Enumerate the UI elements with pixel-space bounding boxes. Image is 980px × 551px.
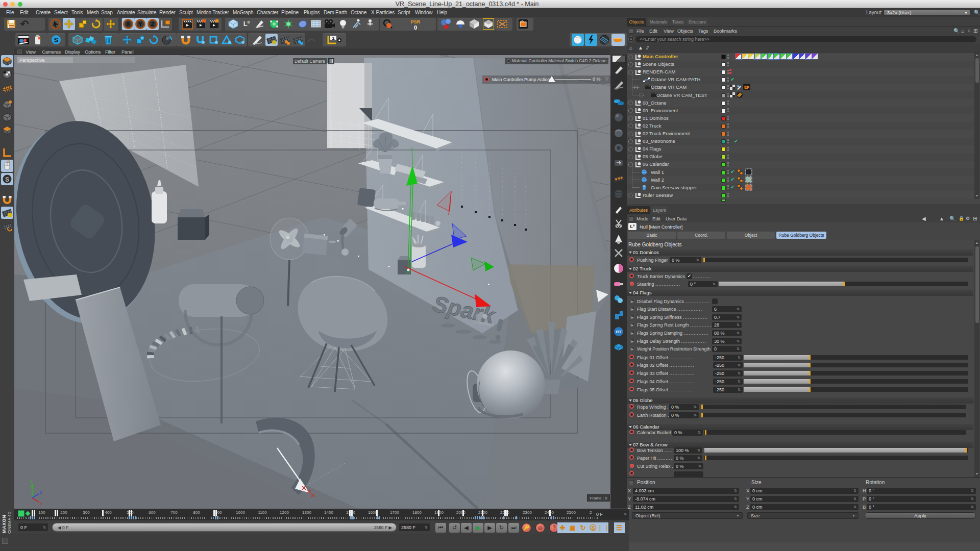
svg-text:S: S bbox=[54, 36, 59, 44]
svg-text:X: X bbox=[40, 502, 42, 506]
svg-text:Z: Z bbox=[40, 491, 42, 494]
svg-text:Y: Y bbox=[30, 480, 33, 483]
svg-text:Y: Y bbox=[138, 21, 142, 27]
svg-text:RT: RT bbox=[616, 330, 622, 334]
svg-text:Z: Z bbox=[151, 21, 155, 27]
svg-text:1: 1 bbox=[332, 36, 334, 41]
svg-text:X: X bbox=[126, 21, 130, 27]
svg-text:S: S bbox=[5, 176, 9, 183]
